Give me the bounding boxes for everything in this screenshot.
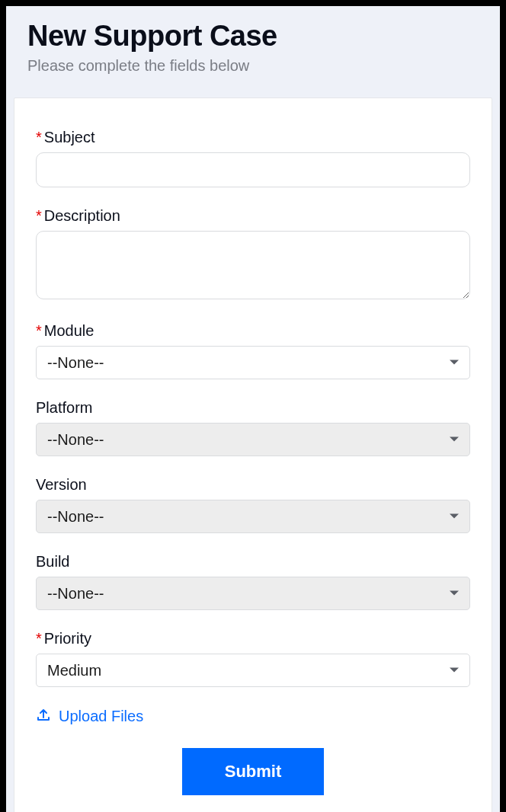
description-label: *Description [36,207,470,225]
build-select[interactable]: --None-- [36,577,470,610]
version-select-wrap: --None-- [36,500,470,533]
build-label-text: Build [36,553,69,570]
platform-label: Platform [36,399,470,417]
module-select[interactable]: --None-- [36,346,470,379]
priority-label-text: Priority [44,630,91,647]
field-version: Version --None-- [36,476,470,533]
subject-label: *Subject [36,129,470,146]
upload-files-label: Upload Files [59,708,143,725]
form-card: *Subject *Description *Module --None-- [14,98,492,812]
submit-button[interactable]: Submit [182,748,325,795]
description-input[interactable] [36,231,470,299]
field-platform: Platform --None-- [36,399,470,456]
upload-files-button[interactable]: Upload Files [36,707,470,725]
submit-wrap: Submit [36,748,470,795]
platform-select[interactable]: --None-- [36,423,470,456]
upload-icon [36,707,51,725]
subject-input[interactable] [36,152,470,187]
field-priority: *Priority Medium [36,630,470,687]
priority-label: *Priority [36,630,470,647]
module-label-text: Module [44,322,94,339]
version-label: Version [36,476,470,494]
field-module: *Module --None-- [36,322,470,379]
priority-select-wrap: Medium [36,654,470,687]
build-label: Build [36,553,470,571]
required-asterisk: * [36,207,42,224]
module-select-wrap: --None-- [36,346,470,379]
required-asterisk: * [36,129,42,145]
platform-label-text: Platform [36,399,92,416]
version-select[interactable]: --None-- [36,500,470,533]
page-subtitle: Please complete the fields below [27,57,479,75]
required-asterisk: * [36,630,42,647]
platform-select-wrap: --None-- [36,423,470,456]
priority-select[interactable]: Medium [36,654,470,687]
version-label-text: Version [36,476,87,493]
description-label-text: Description [44,207,120,224]
required-asterisk: * [36,322,42,339]
page-container: New Support Case Please complete the fie… [6,6,500,812]
page-title: New Support Case [27,20,479,53]
module-label: *Module [36,322,470,340]
field-description: *Description [36,207,470,302]
field-build: Build --None-- [36,553,470,610]
build-select-wrap: --None-- [36,577,470,610]
page-header: New Support Case Please complete the fie… [6,6,500,98]
subject-label-text: Subject [44,129,95,145]
field-subject: *Subject [36,129,470,187]
